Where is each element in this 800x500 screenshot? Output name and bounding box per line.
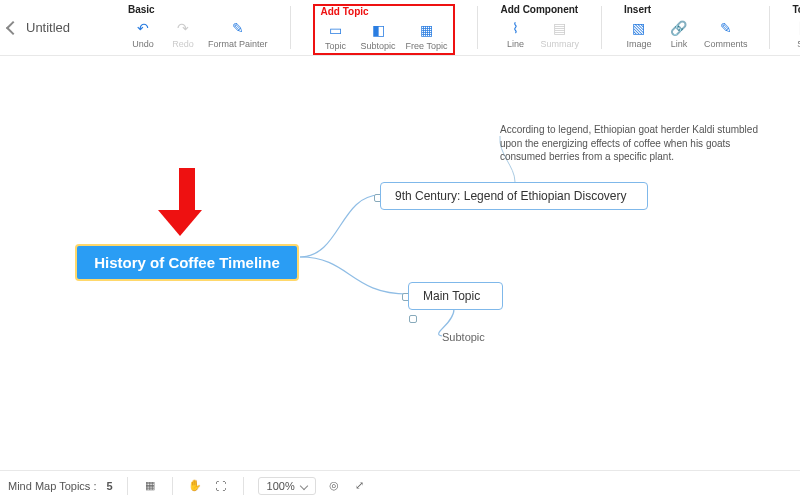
group-tools-label: Tools (792, 4, 800, 15)
image-icon: ▧ (630, 19, 648, 37)
separator (127, 477, 128, 495)
topics-count-label: Mind Map Topics : (8, 480, 96, 492)
collapse-handle[interactable] (409, 315, 417, 323)
back-chevron-icon[interactable] (6, 20, 20, 34)
topic-button[interactable]: ▭ Topic (321, 21, 351, 51)
group-basic-label: Basic (128, 4, 268, 15)
topic-icon: ▭ (327, 21, 345, 39)
pan-hand-icon[interactable]: ✋ (187, 478, 203, 494)
redo-button[interactable]: ↷ Redo (168, 19, 198, 49)
toolbar: Untitled Basic ↶ Undo ↷ Redo ✎ Format Pa… (0, 0, 800, 56)
summary-icon: ▤ (551, 19, 569, 37)
document-title: Untitled (26, 20, 70, 35)
group-add-topic-label: Add Topic (321, 6, 448, 17)
topics-count-value: 5 (106, 480, 112, 492)
image-button[interactable]: ▧ Image (624, 19, 654, 49)
tutorial-arrow-icon (172, 168, 202, 236)
annotation-text[interactable]: According to legend, Ethiopian goat herd… (500, 123, 760, 164)
subtopic-icon: ◧ (369, 21, 387, 39)
separator (601, 6, 602, 49)
redo-icon: ↷ (174, 19, 192, 37)
group-add-component: Add Component ⌇ Line ▤ Summary (500, 4, 579, 55)
summary-button[interactable]: ▤ Summary (540, 19, 579, 49)
free-topic-icon: ▦ (417, 21, 435, 39)
document-title-area[interactable]: Untitled (8, 20, 118, 35)
zoom-value: 100% (267, 480, 295, 492)
fit-screen-icon[interactable]: ⛶ (213, 478, 229, 494)
group-add-topic: Add Topic ▭ Topic ◧ Subtopic ▦ Free Topi… (313, 4, 456, 55)
chevron-down-icon (299, 481, 307, 489)
comments-icon: ✎ (717, 19, 735, 37)
status-bar: Mind Map Topics : 5 ▦ ✋ ⛶ 100% ◎ ⤢ (0, 470, 800, 500)
center-target-icon[interactable]: ◎ (326, 478, 342, 494)
separator (290, 6, 291, 49)
format-painter-button[interactable]: ✎ Format Painter (208, 19, 268, 49)
group-tools: Tools 💾 Save ⇱ Fold (792, 4, 800, 55)
undo-icon: ↶ (134, 19, 152, 37)
grid-view-icon[interactable]: ▦ (142, 478, 158, 494)
mindmap-canvas[interactable]: According to legend, Ethiopian goat herd… (0, 56, 800, 470)
save-button[interactable]: 💾 Save (792, 19, 800, 49)
group-insert-label: Insert (624, 4, 748, 15)
group-insert: Insert ▧ Image 🔗 Link ✎ Comments (624, 4, 748, 55)
separator (769, 6, 770, 49)
toolbar-groups: Basic ↶ Undo ↷ Redo ✎ Format Painter Add… (128, 4, 800, 55)
line-button[interactable]: ⌇ Line (500, 19, 530, 49)
free-topic-button[interactable]: ▦ Free Topic (406, 21, 448, 51)
group-add-component-label: Add Component (500, 4, 579, 15)
separator (243, 477, 244, 495)
topic-node[interactable]: 9th Century: Legend of Ethiopian Discove… (380, 182, 648, 210)
separator (477, 6, 478, 49)
format-painter-icon: ✎ (229, 19, 247, 37)
line-icon: ⌇ (506, 19, 524, 37)
undo-button[interactable]: ↶ Undo (128, 19, 158, 49)
subtopic-node[interactable]: Subtopic (442, 331, 485, 343)
link-icon: 🔗 (670, 19, 688, 37)
comments-button[interactable]: ✎ Comments (704, 19, 748, 49)
center-topic-node[interactable]: History of Coffee Timeline (75, 244, 299, 281)
group-basic: Basic ↶ Undo ↷ Redo ✎ Format Painter (128, 4, 268, 55)
topic-node[interactable]: Main Topic (408, 282, 503, 310)
link-button[interactable]: 🔗 Link (664, 19, 694, 49)
fullscreen-icon[interactable]: ⤢ (352, 478, 368, 494)
subtopic-button[interactable]: ◧ Subtopic (361, 21, 396, 51)
zoom-selector[interactable]: 100% (258, 477, 316, 495)
separator (172, 477, 173, 495)
